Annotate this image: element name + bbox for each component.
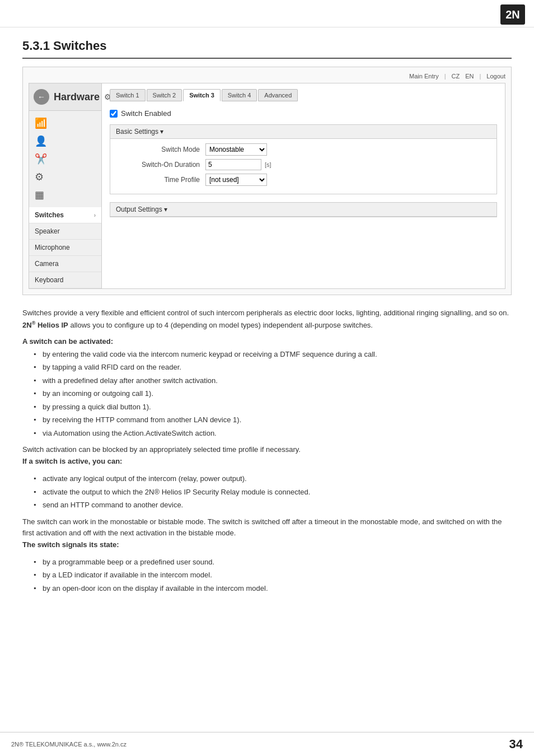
bullet-item: via Automation using the Action.Activate… [34,428,512,439]
switch-on-duration-row: Switch-On Duration [s] [116,159,491,170]
sidebar-icon-scissors[interactable]: ✂️ [29,150,101,168]
bullet-item: activate any logical output of the inter… [34,473,512,484]
output-settings-header[interactable]: Output Settings ▾ [110,203,496,217]
logout-link[interactable]: Logout [486,73,505,80]
logo: 2N [500,4,525,25]
sidebar-item-switches[interactable]: Switches › [29,207,101,223]
sidebar: ← Hardware ⚙ 📶 👤 ✂️ ⚙ ▦ Switches › [29,83,102,288]
ui-panel: Main Entry | CZ EN | Logout ← Hardware ⚙… [22,67,512,295]
signals-heading: The switch signals its state: [22,540,119,549]
main-entry-link[interactable]: Main Entry [409,73,439,80]
main-area: Switch 1 Switch 2 Switch 3 Switch 4 Adva… [102,83,505,288]
bullet-item: with a predefined delay after another sw… [34,375,512,386]
switch-mode-label: Switch Mode [116,146,205,153]
active-heading: If a switch is active, you can: [22,457,122,465]
sidebar-item-keyboard[interactable]: Keyboard [29,272,101,288]
output-settings-section: Output Settings ▾ [110,202,497,217]
lang-cz[interactable]: CZ [452,73,460,80]
tab-advanced[interactable]: Advanced [258,89,298,101]
main-content: 5.3.1 Switches Main Entry | CZ EN | Logo… [0,27,534,622]
sidebar-icons: 📶 👤 ✂️ ⚙ ▦ [29,111,101,207]
tab-switch1[interactable]: Switch 1 [110,89,146,101]
bullet-item: by an open-door icon on the display if a… [34,583,512,594]
switch-on-duration-label: Switch-On Duration [116,161,205,169]
activated-bullets: by entering the valid code via the inter… [34,349,512,439]
signals-bullets: by a programmable beep or a predefined u… [34,557,512,594]
switch-enabled-row: Switch Enabled [110,109,497,118]
switch-on-duration-input[interactable] [205,159,261,170]
switch-mode-select[interactable]: Monostable Bistable [205,143,267,156]
sidebar-item-camera[interactable]: Camera [29,256,101,272]
chevron-icon: › [94,212,96,218]
footer: 2N® TELEKOMUNIKACE a.s., www.2n.cz 34 [0,732,534,756]
sidebar-icon-settings[interactable]: ⚙ [29,168,101,186]
sidebar-icon-user[interactable]: 👤 [29,132,101,150]
section-title: 5.3.1 Switches [22,39,512,59]
switch-enabled-checkbox[interactable] [110,110,118,118]
switch-mode-row: Switch Mode Monostable Bistable [116,143,491,156]
time-profile-row: Time Profile [not used] [116,174,491,186]
activated-heading: A switch can be activated: [22,337,512,346]
sep1: | [444,73,446,80]
sidebar-title: Hardware [54,91,100,103]
bullet-item: by an incoming or outgoing call 1). [34,388,512,399]
lang-en[interactable]: EN [465,73,474,80]
panel-inner: ← Hardware ⚙ 📶 👤 ✂️ ⚙ ▦ Switches › [29,83,505,289]
sidebar-header: ← Hardware ⚙ [29,83,101,111]
sidebar-menu: Switches › Speaker Microphone Camera Key… [29,207,101,288]
top-bar: 2N [0,0,534,27]
body-paragraph3: The switch can work in the monostable or… [22,516,512,551]
tab-bar: Switch 1 Switch 2 Switch 3 Switch 4 Adva… [110,89,497,101]
sidebar-icon-grid[interactable]: ▦ [29,186,101,204]
sidebar-item-microphone[interactable]: Microphone [29,240,101,256]
switch-enabled-label: Switch Enabled [121,109,171,118]
tab-switch3[interactable]: Switch 3 [183,89,221,101]
back-button[interactable]: ← [34,89,49,105]
bullet-item: activate the output to which the 2N® Hel… [34,487,512,498]
sep2: | [479,73,481,80]
tab-switch2[interactable]: Switch 2 [147,89,182,101]
body-paragraph2: Switch activation can be blocked by an a… [22,444,512,468]
active-bullets: activate any logical output of the inter… [34,473,512,511]
time-profile-label: Time Profile [116,176,205,184]
basic-settings-header[interactable]: Basic Settings ▾ [110,125,496,139]
bullet-item: by a LED indicator if available in the i… [34,570,512,581]
time-profile-select[interactable]: [not used] [205,174,267,186]
bullet-item: by tapping a valid RFID card on the read… [34,362,512,373]
bullet-item: by entering the valid code via the inter… [34,349,512,360]
sidebar-item-speaker[interactable]: Speaker [29,223,101,240]
body-paragraph1: Switches provide a very flexible and eff… [22,307,512,332]
basic-settings-body: Switch Mode Monostable Bistable Switch-O… [110,139,496,194]
bullet-item: by a programmable beep or a predefined u… [34,557,512,568]
bullet-item: send an HTTP command to another device. [34,500,512,511]
footer-company: 2N® TELEKOMUNIKACE a.s., www.2n.cz [11,741,127,748]
sidebar-icon-stats[interactable]: 📶 [29,114,101,132]
basic-settings-section: Basic Settings ▾ Switch Mode Monostable … [110,124,497,194]
bullet-item: by receiving the HTTP command from anoth… [34,414,512,426]
bullet-item: by pressing a quick dial button 1). [34,402,512,413]
switch-on-duration-unit: [s] [265,161,271,168]
tab-switch4[interactable]: Switch 4 [222,89,257,101]
footer-page: 34 [509,737,523,752]
panel-topnav: Main Entry | CZ EN | Logout [29,73,505,80]
